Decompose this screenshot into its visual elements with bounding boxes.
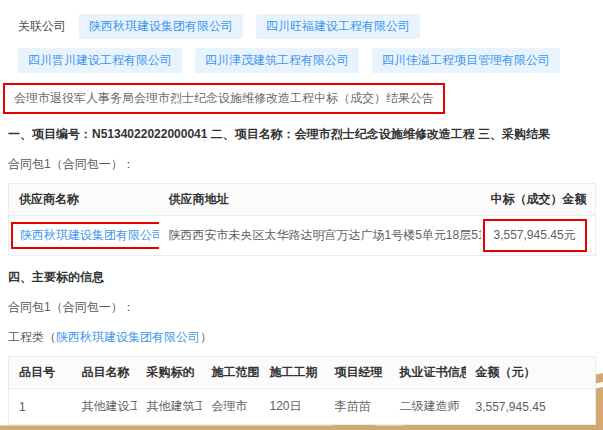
col-header-item-name: 品目名称 <box>72 357 137 389</box>
supplier-name-link[interactable]: 陕西秋琪建设集团有限公司 <box>20 228 159 242</box>
col-header-procurement-target: 采购标的 <box>137 357 202 389</box>
supplier-name-cell: 陕西秋琪建设集团有限公司 <box>9 216 159 256</box>
category-line: 工程类（陕西秋琪建设集团有限公司） <box>8 329 595 346</box>
col-header-construction-period: 施工工期 <box>260 357 325 389</box>
category-prefix: 工程类（ <box>8 330 56 344</box>
award-amount-highlight-box: 3,557,945.45元 <box>483 219 587 252</box>
package-label-2: 合同包1（合同包一）： <box>8 299 595 316</box>
related-company-chip[interactable]: 四川旺福建设工程有限公司 <box>256 14 420 39</box>
item-table-header-row: 品目号 品目名称 采购标的 施工范围 施工工期 项目经理 执业证书信息 金额（元… <box>9 357 596 389</box>
amount-cell: 3,557,945.45 <box>466 389 596 425</box>
announcement-page: 关联公司 陕西秋琪建设集团有限公司 四川旺福建设工程有限公司 四川晋川建设工程有… <box>0 0 603 430</box>
col-header-project-manager: 项目经理 <box>325 357 390 389</box>
item-table-row: 1 其他建设工程 其他建筑工程 会理市 120日 李苗苗 二级建造师 3,557… <box>9 389 596 425</box>
related-company-chip[interactable]: 四川晋川建设工程有限公司 <box>18 48 182 73</box>
col-header-supplier-address: 供应商地址 <box>159 184 481 216</box>
procurement-target-cell: 其他建筑工程 <box>137 389 202 425</box>
supplier-table-header-row: 供应商名称 供应商地址 中标（成交）金额 <box>9 184 596 216</box>
license-info-cell: 二级建造师 <box>390 389 466 425</box>
col-header-award-amount: 中标（成交）金额 <box>481 184 596 216</box>
supplier-name-highlight-box: 陕西秋琪建设集团有限公司 <box>11 222 159 249</box>
item-no-cell: 1 <box>9 389 72 425</box>
project-meta-line: 一、项目编号：N5134022022000041 二、项目名称：会理市烈士纪念设… <box>8 126 595 143</box>
col-header-item-no: 品目号 <box>9 357 72 389</box>
announcement-title: 会理市退役军人事务局会理市烈士纪念设施维修改造工程中标（成交）结果公告 <box>3 83 445 114</box>
section-4-title: 四、主要标的信息 <box>8 269 595 286</box>
col-header-construction-scope: 施工范围 <box>202 357 260 389</box>
page-content: 关联公司 陕西秋琪建设集团有限公司 四川旺福建设工程有限公司 四川晋川建设工程有… <box>0 0 603 425</box>
category-company-link[interactable]: 陕西秋琪建设集团有限公司 <box>56 330 200 344</box>
related-companies-row: 关联公司 陕西秋琪建设集团有限公司 四川旺福建设工程有限公司 四川晋川建设工程有… <box>8 14 595 73</box>
col-header-amount: 金额（元） <box>466 357 596 389</box>
supplier-address-cell: 陕西西安市未央区太华路达明宫万达广场1号楼5单元18层51812室 <box>159 216 481 256</box>
col-header-license-info: 执业证书信息 <box>390 357 466 389</box>
construction-scope-cell: 会理市 <box>202 389 260 425</box>
col-header-supplier-name: 供应商名称 <box>9 184 159 216</box>
bid-item-table: 品目号 品目名称 采购标的 施工范围 施工工期 项目经理 执业证书信息 金额（元… <box>8 356 596 425</box>
related-companies-label: 关联公司 <box>18 18 66 35</box>
project-manager-cell: 李苗苗 <box>325 389 390 425</box>
related-company-chip[interactable]: 四川津茂建筑工程有限公司 <box>195 48 359 73</box>
related-company-chip[interactable]: 四川佳溢工程项目管理有限公司 <box>372 48 560 73</box>
construction-period-cell: 120日 <box>260 389 325 425</box>
title-row: 会理市退役军人事务局会理市烈士纪念设施维修改造工程中标（成交）结果公告 <box>8 73 595 114</box>
award-amount-cell: 3,557,945.45元 <box>481 216 596 256</box>
supplier-result-table: 供应商名称 供应商地址 中标（成交）金额 陕西秋琪建设集团有限公司 陕西西安市未… <box>8 183 596 256</box>
category-suffix: ） <box>200 330 212 344</box>
related-company-chip[interactable]: 陕西秋琪建设集团有限公司 <box>79 14 243 39</box>
item-name-cell: 其他建设工程 <box>72 389 137 425</box>
package-label-1: 合同包1（合同包一）： <box>8 156 595 173</box>
supplier-table-row: 陕西秋琪建设集团有限公司 陕西西安市未央区太华路达明宫万达广场1号楼5单元18层… <box>9 216 596 256</box>
